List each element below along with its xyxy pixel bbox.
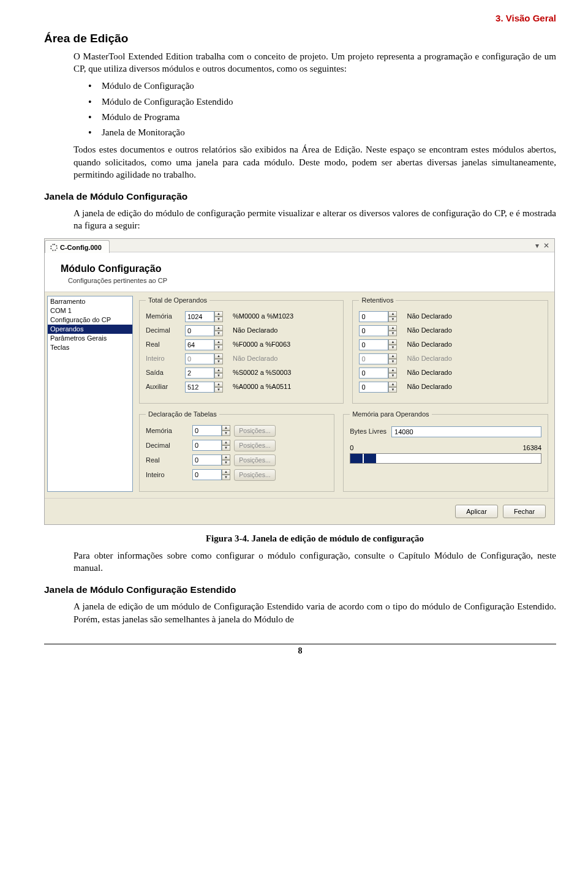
- numeric-stepper[interactable]: ▲▼: [359, 368, 403, 379]
- row-label: Real: [146, 340, 181, 349]
- stepper-input[interactable]: [192, 440, 222, 451]
- stepper-input[interactable]: [359, 353, 388, 364]
- step-up-icon[interactable]: ▲: [222, 454, 230, 460]
- row-range: Não Declarado: [407, 326, 541, 335]
- memory-scale: 0 16384: [350, 443, 541, 453]
- stepper-input[interactable]: [192, 469, 222, 480]
- posicoes-button[interactable]: Posições...: [234, 425, 276, 437]
- step-up-icon[interactable]: ▲: [222, 425, 230, 431]
- numeric-stepper[interactable]: ▲▼: [192, 440, 230, 451]
- posicoes-button[interactable]: Posições...: [234, 440, 276, 451]
- window-title-block: Módulo Configuração Configurações pertin…: [45, 252, 554, 292]
- step-down-icon[interactable]: ▼: [214, 373, 223, 379]
- bullet-list: Módulo de Configuração Módulo de Configu…: [88, 80, 556, 138]
- step-down-icon[interactable]: ▼: [222, 460, 230, 466]
- window-tab[interactable]: C-Config.000: [45, 240, 110, 253]
- numeric-stepper[interactable]: ▲▼: [359, 325, 403, 336]
- numeric-stepper[interactable]: ▲▼: [359, 382, 403, 393]
- step-up-icon[interactable]: ▲: [214, 353, 223, 359]
- step-up-icon[interactable]: ▲: [214, 368, 223, 373]
- stepper-input[interactable]: [359, 311, 388, 322]
- step-down-icon[interactable]: ▼: [222, 431, 230, 436]
- step-up-icon[interactable]: ▲: [388, 311, 397, 317]
- stepper-input[interactable]: [359, 382, 388, 393]
- step-down-icon[interactable]: ▼: [388, 331, 397, 336]
- bytes-label: Bytes Livres: [350, 427, 386, 436]
- figure-caption: Figura 3-4. Janela de edição de módulo d…: [74, 532, 556, 545]
- nav-item[interactable]: Parâmetros Gerais: [48, 334, 132, 343]
- stepper-input[interactable]: [185, 325, 214, 336]
- stepper-input[interactable]: [185, 382, 214, 393]
- step-down-icon[interactable]: ▼: [222, 445, 230, 451]
- nav-item[interactable]: Teclas: [48, 343, 132, 352]
- numeric-stepper[interactable]: ▲▼: [185, 382, 229, 393]
- row-label: Saída: [146, 368, 181, 377]
- step-up-icon[interactable]: ▲: [214, 325, 223, 331]
- gear-icon: [50, 244, 58, 251]
- close-button[interactable]: Fechar: [503, 505, 546, 518]
- page-header-right: 3. Visão Geral: [44, 12, 556, 24]
- step-down-icon[interactable]: ▼: [388, 359, 397, 364]
- step-down-icon[interactable]: ▼: [214, 331, 223, 336]
- step-up-icon[interactable]: ▲: [222, 469, 230, 475]
- step-up-icon[interactable]: ▲: [222, 440, 230, 445]
- step-down-icon[interactable]: ▼: [214, 359, 223, 364]
- step-up-icon[interactable]: ▲: [388, 368, 397, 373]
- step-up-icon[interactable]: ▲: [214, 339, 223, 345]
- step-down-icon[interactable]: ▼: [388, 387, 397, 393]
- step-down-icon[interactable]: ▼: [388, 373, 397, 379]
- stepper-input[interactable]: [185, 368, 214, 379]
- stepper-input[interactable]: [359, 325, 388, 336]
- numeric-stepper[interactable]: ▲▼: [192, 454, 230, 466]
- step-down-icon[interactable]: ▼: [214, 387, 223, 393]
- posicoes-button[interactable]: Posições...: [234, 469, 276, 481]
- tab-label: C-Config.000: [60, 243, 102, 252]
- step-down-icon[interactable]: ▼: [388, 317, 397, 322]
- step-up-icon[interactable]: ▲: [214, 382, 223, 387]
- numeric-stepper[interactable]: ▲▼: [192, 425, 230, 436]
- stepper-input[interactable]: [192, 454, 222, 466]
- nav-item-selected[interactable]: Operandos: [48, 325, 132, 334]
- numeric-stepper[interactable]: ▲▼: [185, 311, 229, 322]
- nav-item[interactable]: Barramento: [48, 297, 132, 306]
- nav-item[interactable]: Configuração do CP: [48, 315, 132, 325]
- step-up-icon[interactable]: ▲: [388, 339, 397, 345]
- step-down-icon[interactable]: ▼: [214, 317, 223, 322]
- stepper-input[interactable]: [359, 368, 388, 379]
- apply-button[interactable]: Aplicar: [455, 505, 498, 518]
- bytes-value[interactable]: [391, 426, 541, 437]
- row-label: Inteiro: [146, 470, 189, 480]
- numeric-stepper[interactable]: ▲▼: [185, 368, 229, 379]
- row-range: Não Declarado: [407, 354, 541, 363]
- row-label: Real: [146, 456, 189, 465]
- posicoes-button[interactable]: Posições...: [234, 454, 276, 466]
- numeric-stepper[interactable]: ▲▼: [192, 469, 230, 480]
- bullet-item: Módulo de Configuração Estendido: [88, 96, 556, 108]
- step-up-icon[interactable]: ▲: [388, 382, 397, 387]
- row-range: Não Declarado: [233, 326, 337, 335]
- stepper-input[interactable]: [185, 339, 214, 350]
- numeric-stepper[interactable]: ▲▼: [359, 339, 403, 350]
- row-range: %F0000 a %F0063: [233, 340, 337, 349]
- window-controls[interactable]: ▾ ✕: [535, 241, 551, 251]
- nav-item[interactable]: COM 1: [48, 306, 132, 315]
- stepper-input[interactable]: [192, 425, 222, 436]
- row-label: Inteiro: [146, 354, 181, 363]
- numeric-stepper[interactable]: ▲▼: [185, 339, 229, 350]
- step-up-icon[interactable]: ▲: [214, 311, 223, 317]
- numeric-stepper[interactable]: ▲▼: [359, 311, 403, 322]
- step-up-icon[interactable]: ▲: [388, 353, 397, 359]
- stepper-input[interactable]: [185, 353, 214, 364]
- stepper-input[interactable]: [359, 339, 388, 350]
- stepper-input[interactable]: [185, 311, 214, 322]
- numeric-stepper[interactable]: ▲▼: [185, 353, 229, 364]
- numeric-stepper[interactable]: ▲▼: [185, 325, 229, 336]
- bullet-item: Módulo de Configuração: [88, 80, 556, 92]
- step-down-icon[interactable]: ▼: [388, 345, 397, 350]
- numeric-stepper[interactable]: ▲▼: [359, 353, 403, 364]
- step-up-icon[interactable]: ▲: [388, 325, 397, 331]
- step-down-icon[interactable]: ▼: [222, 475, 230, 480]
- para-janela-config: A janela de edição do módulo de configur…: [74, 207, 556, 232]
- step-down-icon[interactable]: ▼: [214, 345, 223, 350]
- nav-list[interactable]: Barramento COM 1 Configuração do CP Oper…: [47, 296, 133, 492]
